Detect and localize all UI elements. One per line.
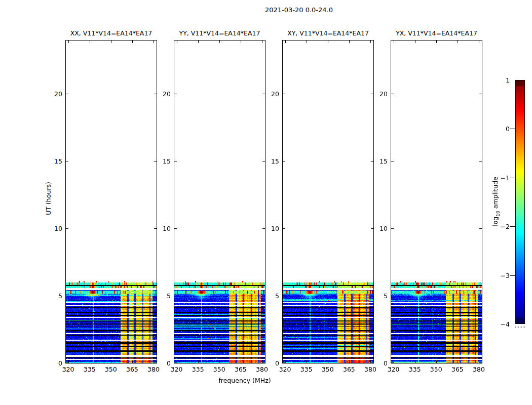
panel-title: XY, V11*V14=EA14*EA17 [275,29,381,37]
panel-title: YX, V11*V14=EA14*EA17 [384,29,489,37]
colorbar-tick-label: −3 [482,272,510,279]
y-axis-label: UT (hours) [45,182,52,215]
x-tick-label: 350 [210,366,229,373]
y-tick-label: 20 [370,90,388,98]
x-tick-label: 335 [81,366,99,373]
spectrogram-canvas [282,40,374,363]
y-tick-label: 5 [154,292,171,300]
x-tick-label: 365 [340,366,358,373]
spectrogram-canvas [65,40,157,363]
y-tick-label: 15 [370,157,388,165]
x-tick-label: 350 [319,366,337,373]
x-tick-label: 320 [59,366,78,373]
x-tick-label: 365 [448,366,467,373]
y-tick-label: 5 [262,292,279,300]
figure: 2021-03-20 0.0-24.0 XX, V11*V14=EA14*EA1… [0,0,532,405]
colorbar-tick-dash [510,275,516,276]
x-tick-label: 320 [385,366,403,373]
y-tick-label: 10 [370,225,388,232]
y-tick-label: 10 [154,225,171,232]
x-tick-label: 335 [297,366,316,373]
y-tick-label: 15 [45,157,62,165]
x-tick-label: 380 [470,366,488,373]
colorbar-tick-dash [510,129,516,129]
x-tick-label: 365 [232,366,250,373]
x-tick-label: 320 [168,366,186,373]
y-tick-label: 15 [262,157,279,165]
y-tick-label: 20 [262,90,279,98]
x-tick-label: 335 [406,366,424,373]
y-tick-label: 5 [45,292,62,300]
y-tick-label: 10 [262,225,279,232]
y-tick-label: 20 [45,90,62,98]
colorbar-minor-dots [515,327,525,328]
colorbar-gradient [515,80,525,324]
colorbar-label-prefix: log [491,217,499,226]
x-axis-label: frequency (MHz) [194,377,295,384]
x-tick-label: 350 [102,366,120,373]
panel-title: YY, V11*V14=EA14*EA17 [167,29,273,37]
colorbar-tick-label: 0 [482,125,510,133]
colorbar-label: log10 amplitude [491,177,501,226]
x-tick-label: 335 [189,366,207,373]
panel-title: XX, V11*V14=EA14*EA17 [58,29,164,37]
y-tick-label: 10 [45,225,62,232]
y-tick-label: 5 [370,292,388,300]
spectrogram-canvas [174,40,265,363]
spectrogram-canvas [391,40,482,363]
colorbar-tick-dash [510,178,516,178]
y-tick-label: 20 [154,90,171,98]
spectrogram-panel: YX, V11*V14=EA14*EA17 [391,40,482,363]
colorbar-tick-dash [510,226,516,227]
figure-title: 2021-03-20 0.0-24.0 [223,6,375,14]
x-tick-label: 320 [276,366,294,373]
colorbar-label-sub: 10 [496,211,501,216]
spectrogram-panel: YY, V11*V14=EA14*EA17 [174,40,265,363]
y-tick-label: 15 [154,157,171,165]
x-tick-label: 350 [427,366,445,373]
spectrogram-panel: XY, V11*V14=EA14*EA17 [282,40,374,363]
spectrogram-panel: XX, V11*V14=EA14*EA17 [65,40,157,363]
colorbar-tick-label: 1 [482,76,510,84]
colorbar-label-suffix: amplitude [491,177,499,211]
colorbar-tick-label: −4 [482,320,510,328]
x-tick-label: 365 [123,366,141,373]
